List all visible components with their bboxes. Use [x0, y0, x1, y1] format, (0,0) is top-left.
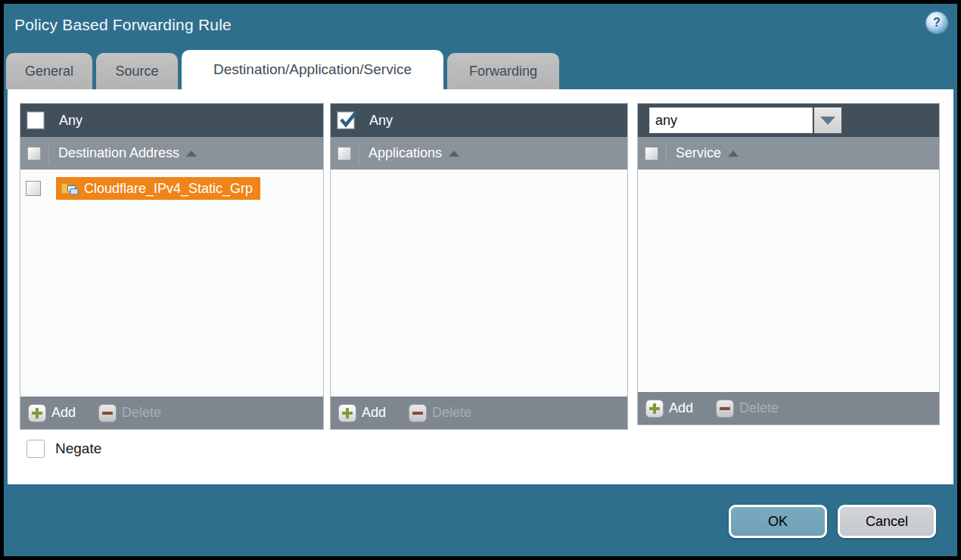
negate-checkbox[interactable]	[26, 440, 45, 458]
service-delete-button[interactable]: Delete	[716, 400, 779, 418]
service-header[interactable]: Service	[638, 137, 939, 170]
plus-icon	[338, 404, 356, 422]
service-type-dropdown	[649, 107, 841, 133]
tab-forwarding[interactable]: Forwarding	[447, 53, 559, 89]
destination-address-header[interactable]: Destination Address	[20, 137, 323, 170]
destination-address-column: Any Destination Address	[20, 103, 324, 430]
tab-source[interactable]: Source	[96, 53, 178, 89]
cancel-button[interactable]: Cancel	[838, 505, 936, 538]
tab-source-label: Source	[115, 64, 158, 79]
destination-any-checkbox[interactable]	[27, 112, 44, 129]
applications-any-label: Any	[369, 113, 393, 129]
destination-address-header-label: Destination Address	[58, 145, 179, 161]
add-button-label: Add	[51, 405, 76, 421]
plus-icon	[645, 400, 664, 418]
service-select-all-checkbox[interactable]	[645, 147, 658, 160]
service-header-label: Service	[676, 145, 721, 161]
dialog-actions: OK Cancel	[729, 505, 936, 538]
address-group-icon	[61, 181, 79, 196]
service-add-button[interactable]: Add	[645, 400, 693, 418]
list-item-cloudflare-group[interactable]: Cloudflare_IPv4_Static_Grp	[56, 177, 260, 200]
tab-destination-application-service[interactable]: Destination/Application/Service	[182, 50, 443, 89]
destination-select-all-checkbox[interactable]	[27, 147, 41, 160]
destination-address-list: Cloudflare_IPv4_Static_Grp	[20, 170, 323, 397]
minus-icon	[716, 400, 734, 418]
destination-any-label: Any	[59, 113, 82, 129]
service-footer: Add Delete	[638, 392, 939, 425]
chevron-down-icon	[820, 117, 835, 125]
delete-button-label: Delete	[122, 405, 161, 421]
header-divider	[666, 143, 667, 164]
service-type-input[interactable]	[649, 107, 813, 133]
minus-icon	[98, 404, 117, 422]
ok-button[interactable]: OK	[729, 505, 827, 538]
negate-row: Negate	[26, 440, 101, 458]
table-row: Cloudflare_IPv4_Static_Grp	[20, 177, 323, 200]
delete-button-label: Delete	[432, 405, 471, 421]
service-list	[638, 170, 939, 392]
applications-list	[331, 170, 627, 397]
service-dropdown-row	[638, 104, 939, 137]
applications-select-all-checkbox[interactable]	[337, 147, 351, 160]
list-item-label: Cloudflare_IPv4_Static_Grp	[84, 181, 253, 197]
applications-header[interactable]: Applications	[331, 137, 627, 170]
applications-add-button[interactable]: Add	[338, 404, 386, 422]
destination-footer: Add Delete	[20, 397, 323, 429]
tab-general[interactable]: General	[6, 53, 92, 89]
add-button-label: Add	[669, 400, 693, 416]
applications-header-label: Applications	[369, 145, 442, 161]
tab-bar: General Source Destination/Application/S…	[6, 50, 559, 89]
sort-asc-icon	[728, 151, 739, 157]
minus-icon	[409, 404, 427, 422]
tab-forwarding-label: Forwarding	[469, 64, 537, 79]
help-icon[interactable]: ?	[926, 12, 947, 33]
destination-add-button[interactable]: Add	[28, 404, 76, 422]
applications-footer: Add Delete	[331, 397, 627, 429]
checkmark-icon	[338, 110, 358, 130]
plus-icon	[28, 404, 46, 422]
applications-any-checkbox[interactable]	[337, 112, 354, 129]
row-checkbox[interactable]	[26, 181, 41, 196]
applications-any-row: Any	[331, 104, 627, 137]
add-button-label: Add	[362, 405, 386, 421]
applications-delete-button[interactable]: Delete	[409, 404, 471, 422]
tab-content-panel: Any Destination Address	[8, 89, 953, 484]
header-divider	[359, 143, 359, 164]
tab-general-label: General	[25, 64, 73, 79]
service-column: Service Add Delete	[637, 103, 940, 425]
applications-column: Any Applications Add Delete	[330, 103, 628, 430]
negate-label: Negate	[55, 440, 101, 457]
destination-delete-button[interactable]: Delete	[98, 404, 161, 422]
tab-destination-application-service-label: Destination/Application/Service	[213, 61, 412, 78]
sort-asc-icon	[449, 151, 459, 157]
destination-any-row: Any	[20, 104, 323, 137]
header-divider	[48, 143, 49, 164]
service-dropdown-button[interactable]	[814, 107, 841, 133]
sort-asc-icon	[186, 151, 197, 157]
delete-button-label: Delete	[739, 400, 779, 416]
dialog-title: Policy Based Forwarding Rule	[14, 16, 232, 34]
policy-based-forwarding-dialog: Policy Based Forwarding Rule ? General S…	[0, 0, 961, 560]
